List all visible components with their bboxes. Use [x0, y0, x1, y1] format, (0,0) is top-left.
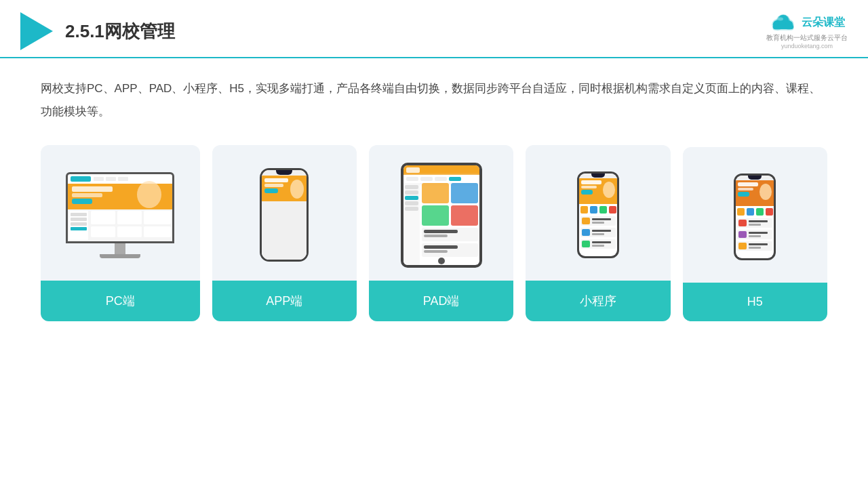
svg-rect-97	[592, 233, 604, 235]
header-left: 2.5.1网校管理	[20, 12, 175, 50]
svg-rect-106	[738, 188, 753, 190]
svg-rect-24	[71, 227, 87, 230]
svg-point-85	[603, 182, 615, 198]
svg-rect-74	[424, 235, 448, 237]
svg-rect-120	[749, 235, 761, 237]
phone-notch	[276, 170, 292, 175]
svg-rect-124	[749, 247, 761, 249]
svg-rect-17	[72, 199, 92, 204]
pad-label: PAD端	[369, 281, 513, 321]
svg-rect-38	[264, 206, 273, 215]
svg-rect-69	[451, 183, 478, 203]
svg-rect-111	[756, 208, 764, 216]
svg-point-37	[290, 180, 304, 199]
svg-rect-39	[275, 206, 283, 215]
devices-row: PC端	[41, 145, 827, 321]
svg-rect-59	[420, 177, 433, 181]
svg-rect-26	[117, 211, 142, 224]
svg-rect-52	[279, 249, 299, 251]
svg-rect-77	[424, 250, 448, 253]
device-card-h5: H5	[683, 147, 827, 321]
svg-rect-114	[738, 220, 747, 226]
device-card-pad: PAD端	[369, 145, 513, 321]
svg-rect-22	[71, 218, 87, 221]
svg-rect-107	[738, 192, 749, 197]
svg-rect-123	[749, 243, 768, 245]
device-card-pc: PC端	[41, 145, 200, 321]
svg-rect-93	[592, 222, 604, 224]
svg-rect-21	[71, 213, 87, 216]
svg-rect-92	[592, 218, 611, 220]
pad-image-area	[369, 145, 513, 281]
svg-point-108	[760, 184, 772, 200]
svg-point-18	[137, 181, 161, 208]
svg-rect-105	[738, 182, 758, 186]
svg-rect-68	[422, 183, 449, 203]
svg-rect-12	[106, 177, 116, 181]
svg-rect-87	[590, 206, 597, 214]
svg-rect-16	[72, 193, 102, 197]
svg-rect-48	[279, 235, 299, 237]
svg-rect-96	[592, 230, 611, 232]
svg-rect-45	[279, 224, 292, 226]
svg-rect-71	[451, 205, 478, 226]
svg-rect-10	[71, 176, 91, 182]
svg-rect-29	[117, 226, 142, 237]
svg-rect-15	[72, 186, 113, 192]
device-card-miniprogram: 小程序	[526, 145, 670, 321]
svg-rect-11	[94, 177, 104, 181]
logo-icon	[20, 12, 53, 50]
svg-rect-115	[749, 220, 768, 222]
svg-rect-23	[71, 222, 87, 226]
pc-mockup	[66, 172, 174, 258]
svg-rect-89	[609, 206, 616, 214]
h5-image-area	[683, 147, 827, 283]
svg-rect-44	[279, 220, 299, 223]
svg-rect-110	[747, 208, 754, 216]
cloud-logo-icon	[769, 13, 797, 32]
svg-rect-88	[599, 206, 607, 214]
pc-base	[100, 254, 140, 258]
svg-rect-58	[406, 177, 418, 181]
h5-phone-notch	[748, 176, 762, 180]
svg-rect-86	[580, 206, 588, 214]
brand-url: yunduoketang.com	[781, 43, 833, 49]
svg-rect-53	[279, 253, 292, 255]
svg-rect-84	[581, 190, 593, 195]
svg-rect-30	[144, 226, 171, 237]
app-phone-mockup	[260, 168, 309, 262]
svg-rect-35	[264, 184, 283, 187]
svg-rect-101	[592, 245, 604, 247]
miniprogram-phone-mockup	[577, 171, 619, 258]
svg-point-8	[778, 17, 783, 20]
brand-tagline: 教育机构一站式服务云平台	[766, 33, 848, 43]
svg-rect-42	[264, 218, 304, 230]
phone-screen	[262, 170, 307, 260]
svg-rect-13	[118, 177, 128, 181]
svg-rect-28	[91, 226, 115, 237]
page-title: 2.5.1网校管理	[65, 20, 175, 43]
svg-rect-64	[405, 190, 418, 195]
svg-rect-27	[144, 211, 171, 224]
device-card-app: APP端	[212, 145, 357, 321]
brand-name: 云朵课堂	[802, 16, 845, 30]
svg-rect-43	[266, 220, 277, 228]
svg-rect-65	[405, 196, 418, 200]
description-text: 网校支持PC、APP、PAD、小程序、H5，实现多端打通，产品各终端自由切换，数…	[41, 77, 827, 123]
svg-rect-41	[296, 206, 305, 215]
svg-rect-119	[749, 232, 768, 234]
svg-rect-122	[738, 243, 747, 249]
svg-rect-51	[266, 248, 277, 256]
header: 2.5.1网校管理 云朵课堂 教育机构一站式服务云平台 yunduoketang…	[0, 0, 868, 58]
svg-rect-61	[449, 177, 461, 181]
svg-rect-49	[279, 239, 292, 241]
pc-label: PC端	[41, 281, 200, 321]
brand-logo: 云朵课堂	[769, 13, 845, 32]
svg-rect-63	[405, 185, 418, 189]
svg-rect-82	[581, 180, 601, 184]
svg-rect-116	[749, 224, 761, 226]
svg-rect-56	[406, 167, 420, 173]
svg-rect-95	[582, 229, 590, 236]
svg-rect-109	[737, 208, 745, 216]
app-label: APP端	[212, 281, 357, 321]
